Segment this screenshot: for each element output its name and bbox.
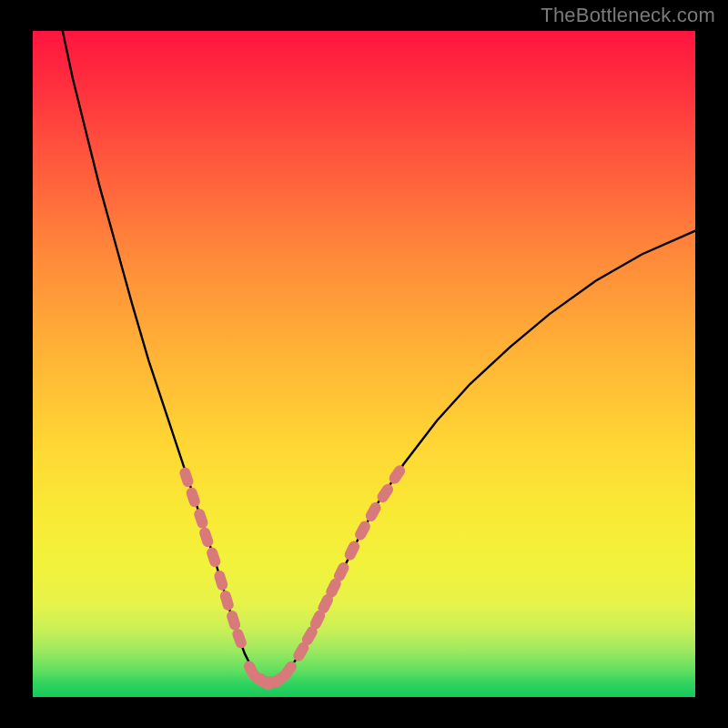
curve-marker — [213, 570, 229, 592]
curve-marker — [343, 539, 362, 561]
curve-marker — [193, 507, 209, 530]
curve-marker — [185, 486, 201, 509]
curve-marker — [198, 526, 215, 549]
curve-marker — [218, 590, 235, 612]
chart-frame: TheBottleneck.com — [0, 0, 728, 728]
curve-marker — [206, 546, 222, 569]
curve-marker — [226, 610, 242, 632]
curve-marker — [178, 466, 195, 489]
curve-marker — [387, 463, 407, 486]
curve-marker — [353, 519, 372, 541]
marker-group — [178, 463, 408, 693]
watermark-text: TheBottleneck.com — [541, 4, 715, 27]
bottleneck-curve — [63, 31, 695, 682]
curve-layer — [33, 31, 695, 697]
plot-area — [33, 31, 695, 697]
curve-marker — [231, 627, 248, 650]
curve-marker — [364, 500, 383, 523]
